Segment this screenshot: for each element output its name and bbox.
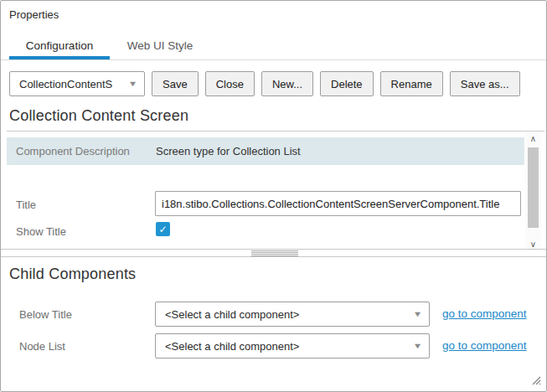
section-heading-children: Child Components: [9, 266, 136, 283]
panel-title: Properties: [9, 8, 59, 21]
below-title-goto-link[interactable]: go to component: [442, 307, 527, 320]
component-description-value: Screen type for Collection List: [156, 145, 301, 157]
section-divider: [7, 131, 544, 132]
save-as-button[interactable]: Save as...: [450, 71, 520, 96]
tab-configuration[interactable]: Configuration: [9, 34, 110, 56]
node-list-select[interactable]: <Select a child component> ▼: [155, 333, 430, 358]
tab-web-ui-style-label: Web UI Style: [127, 39, 194, 52]
below-title-label: Below Title: [19, 308, 72, 321]
section-heading-configuration: Collection Content Screen: [9, 107, 188, 125]
below-title-select-value: <Select a child component>: [165, 308, 299, 321]
below-title-select[interactable]: <Select a child component> ▼: [155, 302, 430, 327]
scrollbar-thumb[interactable]: [528, 147, 539, 228]
component-description-label: Component Description: [7, 145, 156, 157]
toolbar: CollectionContentS ▼ Save Close New... D…: [9, 71, 520, 96]
chevron-down-icon: ▼: [413, 343, 423, 350]
splitter-grip-icon: [251, 250, 298, 256]
component-select[interactable]: CollectionContentS ▼: [9, 71, 145, 96]
node-list-goto-link[interactable]: go to component: [442, 339, 527, 352]
node-list-select-value: <Select a child component>: [165, 340, 299, 353]
properties-panel: Properties Configuration Web UI Style Co…: [0, 0, 547, 392]
close-button[interactable]: Close: [205, 71, 255, 96]
delete-button[interactable]: Delete: [320, 71, 374, 96]
new-button[interactable]: New...: [261, 71, 313, 96]
show-title-checkbox[interactable]: ✓: [156, 222, 170, 236]
horizontal-splitter[interactable]: [1, 249, 547, 257]
resize-grip-icon[interactable]: [529, 374, 541, 385]
rename-button[interactable]: Rename: [380, 71, 443, 96]
component-select-value: CollectionContentS: [19, 78, 112, 90]
scroll-up-icon[interactable]: ∧: [525, 132, 541, 145]
tab-web-ui-style[interactable]: Web UI Style: [110, 34, 210, 56]
title-input[interactable]: [155, 191, 521, 216]
node-list-label: Node List: [19, 340, 65, 353]
show-title-label: Show Title: [16, 225, 66, 238]
tab-bar: Configuration Web UI Style: [9, 34, 210, 56]
chevron-down-icon: ▼: [128, 80, 138, 88]
vertical-scrollbar[interactable]: ∧ ∨: [525, 132, 541, 250]
tabbar-divider: [1, 59, 547, 60]
tab-configuration-label: Configuration: [26, 39, 93, 52]
chevron-down-icon: ▼: [413, 311, 423, 318]
save-button[interactable]: Save: [152, 71, 199, 96]
title-label: Title: [16, 199, 36, 211]
component-description-row: Component Description Screen type for Co…: [7, 137, 524, 165]
checkmark-icon: ✓: [158, 224, 167, 235]
